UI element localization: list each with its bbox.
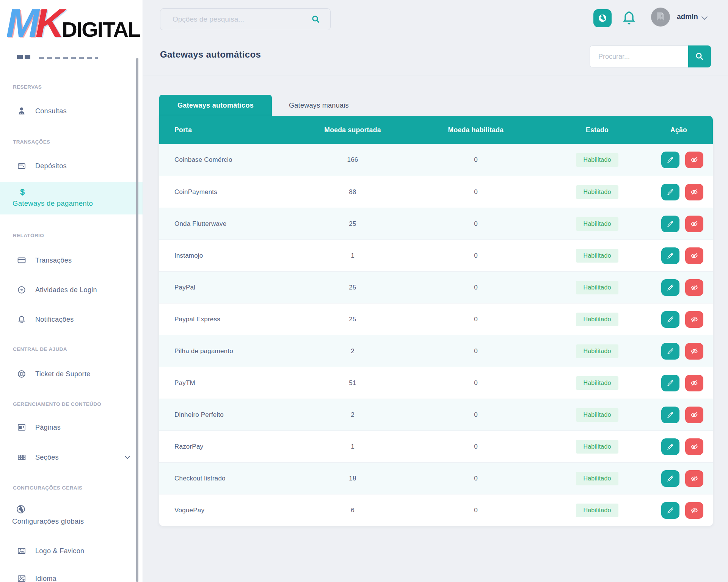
bell-icon xyxy=(621,10,637,27)
globe-icon xyxy=(597,13,608,23)
supported-count: 25 xyxy=(303,316,402,323)
sidebar-item-idioma[interactable]: Idioma xyxy=(0,570,143,582)
sidebar-item-transacoes[interactable]: Transações xyxy=(0,252,143,269)
disable-button[interactable] xyxy=(685,247,703,264)
disable-button[interactable] xyxy=(685,311,703,328)
table-search-input[interactable] xyxy=(590,45,688,67)
notifications-bell[interactable] xyxy=(621,10,637,27)
gateways-table: Porta Moeda suportada Moeda habilitada E… xyxy=(159,116,713,526)
section-header-reservas: RESERVAS xyxy=(13,84,42,90)
tab-gateways-manuais[interactable]: Gateways manuais xyxy=(281,95,357,116)
gateway-name: Dinheiro Perfeito xyxy=(159,411,303,419)
sidebar-item-ticket-de-suporte[interactable]: Ticket de Suporte xyxy=(0,366,143,382)
disable-button[interactable] xyxy=(685,438,703,455)
section-header-transacoes: TRANSAÇÕES xyxy=(13,139,50,145)
header-divider xyxy=(143,75,728,75)
disable-button[interactable] xyxy=(685,216,703,232)
eye-slash-icon xyxy=(690,379,698,387)
enabled-count: 0 xyxy=(402,379,550,387)
gateway-name: CoinPayments xyxy=(159,188,303,196)
pencil-icon xyxy=(667,252,674,260)
pencil-icon xyxy=(667,220,674,228)
disable-button[interactable] xyxy=(685,407,703,423)
language-button[interactable] xyxy=(593,9,612,27)
sidebar-item-label: Consultas xyxy=(35,107,67,115)
sidebar-item-consultas[interactable]: Consultas xyxy=(0,103,143,119)
edit-button[interactable] xyxy=(661,407,679,423)
pencil-icon xyxy=(667,347,674,355)
disable-button[interactable] xyxy=(685,152,703,168)
sidebar-item-depositos[interactable]: Depósitos xyxy=(0,158,143,174)
edit-button[interactable] xyxy=(661,311,679,328)
tab-gateways-automaticos[interactable]: Gateways automáticos xyxy=(159,95,272,116)
sidebar-item-paginas[interactable]: Páginas xyxy=(0,419,143,436)
pencil-icon xyxy=(667,507,674,514)
edit-button[interactable] xyxy=(661,470,679,487)
sidebar-scrollbar[interactable] xyxy=(136,58,138,582)
sidebar-item-label: Depósitos xyxy=(35,162,67,170)
brand-name: DIGITAL xyxy=(62,17,140,42)
disable-button[interactable] xyxy=(685,184,703,200)
sidebar-item-label: Configurações globais xyxy=(12,517,143,526)
sidebar: MK DIGITAL RESERVAS Consultas TRANSAÇÕES… xyxy=(0,0,143,582)
status-badge: Habilitado xyxy=(576,472,618,485)
edit-button[interactable] xyxy=(661,502,679,519)
brand-letter-k: K xyxy=(35,1,60,45)
search-icon[interactable] xyxy=(311,15,320,24)
edit-button[interactable] xyxy=(661,216,679,232)
disable-button[interactable] xyxy=(685,502,703,519)
sidebar-item-notificacoes[interactable]: Notificações xyxy=(0,311,143,328)
edit-button[interactable] xyxy=(661,343,679,360)
eye-slash-icon xyxy=(690,156,698,164)
disable-button[interactable] xyxy=(685,470,703,487)
chevron-down-icon[interactable] xyxy=(701,16,708,20)
supported-count: 25 xyxy=(303,220,402,228)
edit-button[interactable] xyxy=(661,247,679,264)
status-badge: Habilitado xyxy=(576,217,618,231)
table-search-button[interactable] xyxy=(688,45,711,67)
edit-button[interactable] xyxy=(661,438,679,455)
disable-button[interactable] xyxy=(685,343,703,360)
eye-slash-icon xyxy=(690,316,698,323)
user-avatar[interactable] xyxy=(651,8,670,27)
status-badge: Habilitado xyxy=(576,344,618,358)
sidebar-item-clipped[interactable] xyxy=(17,52,123,61)
enabled-count: 0 xyxy=(402,411,550,419)
sidebar-item-configuracoes-globais[interactable]: Configurações globais xyxy=(0,502,143,526)
sidebar-item-secoes[interactable]: Seções xyxy=(0,449,143,466)
table-row: Pilha de pagamento 2 0 Habilitado xyxy=(159,335,713,367)
brand-logo: MK DIGITAL xyxy=(6,2,140,44)
edit-button[interactable] xyxy=(661,184,679,200)
eye-slash-icon xyxy=(690,507,698,514)
disable-button[interactable] xyxy=(685,375,703,391)
gateway-name: Checkout listrado xyxy=(159,475,303,482)
gateway-name: VoguePay xyxy=(159,507,303,514)
disable-button[interactable] xyxy=(685,279,703,296)
username-label[interactable]: admin xyxy=(677,13,698,21)
edit-button[interactable] xyxy=(661,279,679,296)
translate-icon xyxy=(17,574,26,582)
supported-count: 18 xyxy=(303,475,402,482)
sidebar-item-label: Ticket de Suporte xyxy=(35,370,91,378)
gateway-name: Pilha de pagamento xyxy=(159,347,303,355)
pencil-icon xyxy=(667,284,674,291)
status-badge: Habilitado xyxy=(576,153,618,167)
search-options-input[interactable] xyxy=(160,15,311,23)
table-row: RazorPay 1 0 Habilitado xyxy=(159,430,713,462)
eye-slash-icon xyxy=(690,284,698,291)
supported-count: 2 xyxy=(303,411,402,419)
table-row: Instamojo 1 0 Habilitado xyxy=(159,239,713,271)
supported-count: 166 xyxy=(303,156,402,164)
edit-button[interactable] xyxy=(661,152,679,168)
section-header-configuracoes-gerais: CONFIGURAÇÕES GERAIS xyxy=(13,485,83,491)
sidebar-item-atividades-de-login[interactable]: Atividades de Login xyxy=(0,282,143,298)
eye-slash-icon xyxy=(690,347,698,355)
table-row: CoinPayments 88 0 Habilitado xyxy=(159,176,713,208)
supported-count: 25 xyxy=(303,284,402,291)
sidebar-item-label: Atividades de Login xyxy=(35,286,97,294)
edit-button[interactable] xyxy=(661,375,679,391)
sidebar-item-gateways-de-pagamento[interactable]: $ Gateways de pagamento xyxy=(0,182,143,214)
sidebar-item-logo-favicon[interactable]: Logo & Favicon xyxy=(0,543,143,559)
enabled-count: 0 xyxy=(402,475,550,482)
clipped-icon xyxy=(17,55,23,59)
